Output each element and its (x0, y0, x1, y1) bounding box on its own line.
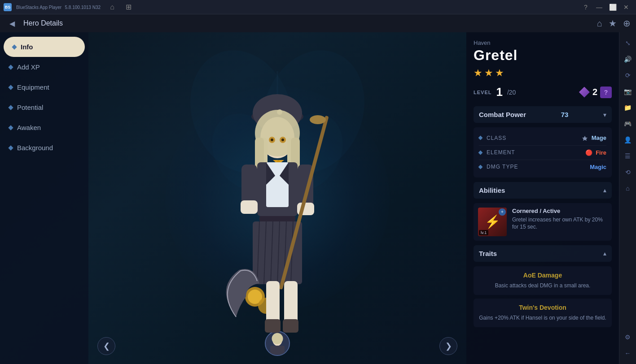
svg-point-37 (310, 115, 326, 124)
ability-card: ⚡ + lv.1 Cornered / Active Gretel increa… (474, 203, 612, 241)
svg-marker-49 (582, 136, 588, 141)
bluestacks-icon: BS (4, 3, 12, 11)
abilities-section: Abilities ▴ ⚡ + lv.1 Cornered / Active G… (474, 182, 612, 241)
rt-screenshot-btn[interactable]: 📷 (621, 84, 635, 99)
svg-point-16 (271, 139, 273, 141)
hero-level-row: LEVEL 1 /20 2 ? (474, 85, 612, 99)
home-icon-btn[interactable]: ⌂ (597, 18, 602, 29)
combat-power-chevron: ▾ (603, 111, 606, 118)
diamond-icon (8, 125, 13, 130)
svg-rect-32 (241, 165, 257, 205)
rt-settings-btn[interactable]: ⚙ (621, 330, 635, 344)
diamond-icon (8, 85, 13, 90)
traits-label: Traits (479, 250, 497, 257)
class-label: CLASS (487, 135, 582, 141)
back-button[interactable]: ◀ (5, 17, 19, 30)
rt-volume-btn[interactable]: 🔊 (621, 52, 635, 66)
hero-faction: Haven (474, 39, 612, 46)
trait-name-0: AoE Damage (479, 272, 606, 279)
svg-rect-44 (283, 319, 298, 333)
level-max: /20 (507, 89, 516, 96)
svg-rect-43 (265, 319, 281, 333)
rt-expand-btn[interactable]: ⤡ (621, 36, 635, 50)
dmg-type-value: Magic (590, 164, 606, 170)
star-1: ★ (474, 67, 482, 79)
ability-name: Cornered / Active (512, 208, 607, 214)
rt-gamepad-btn[interactable]: 🎮 (621, 117, 635, 131)
abilities-label: Abilities (479, 186, 505, 194)
rt-folder-btn[interactable]: 📁 (621, 100, 635, 115)
hero-name: Gretel (474, 47, 612, 64)
combat-power-value: 73 (561, 111, 569, 118)
nav-windows-btn[interactable]: ⊞ (122, 2, 135, 12)
ability-icon: ⚡ + lv.1 (478, 208, 507, 236)
rt-back-btn[interactable]: ← (621, 346, 635, 360)
gem-icon (579, 87, 590, 98)
ability-description: Gretel increases her own ATK by 20% for … (512, 216, 607, 231)
gem-count: 2 (592, 87, 597, 97)
minimize-btn[interactable]: — (593, 2, 605, 12)
hero-stars: ★ ★ ★ (474, 67, 612, 79)
question-badge[interactable]: ? (600, 87, 612, 98)
hero-next-button[interactable]: ❯ (439, 337, 457, 355)
traits-chevron: ▴ (603, 250, 606, 257)
dmg-type-row: DMG TYPE Magic (479, 160, 606, 174)
diamond-icon (8, 105, 13, 110)
abilities-header[interactable]: Abilities ▴ (474, 182, 612, 199)
ability-icon-symbol: ⚡ (485, 214, 500, 229)
sidebar-item-awaken[interactable]: Awaken (0, 117, 88, 138)
rt-home-btn[interactable]: ⌂ (621, 181, 635, 195)
page-title: Hero Details (23, 19, 63, 27)
title-bar: BS BlueStacks App Player 5.8.100.1013 N3… (0, 0, 636, 14)
right-panel: Haven Gretel ★ ★ ★ LEVEL 1 /20 2 ? C (466, 32, 619, 364)
svg-rect-24 (259, 216, 295, 221)
sidebar-item-equipment[interactable]: Equipment (0, 77, 88, 97)
class-value: Mage (582, 134, 606, 142)
help-btn[interactable]: ? (579, 2, 592, 12)
ability-info: Cornered / Active Gretel increases her o… (512, 208, 607, 231)
title-bar-left: BS BlueStacks App Player 5.8.100.1013 N3… (4, 3, 101, 11)
level-value: 1 (496, 85, 502, 99)
stat-diamond-icon (478, 150, 483, 155)
stats-container: CLASS Mage ELEMENT 🔴 Fire (474, 127, 612, 178)
sidebar-item-info[interactable]: Info (4, 37, 85, 57)
nav-home-btn[interactable]: ⌂ (106, 2, 118, 12)
stat-diamond-icon (478, 136, 483, 140)
element-row: ELEMENT 🔴 Fire (479, 146, 606, 160)
trait-card-1: Twin's Devotion Gains +20% ATK if Hansel… (474, 299, 612, 327)
main-content: Info Add XP Equipment Potential Awaken B… (0, 32, 636, 364)
left-sidebar: Info Add XP Equipment Potential Awaken B… (0, 32, 88, 364)
abilities-chevron: ▴ (603, 186, 606, 194)
star-3: ★ (495, 67, 504, 79)
trait-name-1: Twin's Devotion (479, 304, 606, 311)
search-icon-btn[interactable]: ⊕ (623, 18, 631, 29)
combat-power-section[interactable]: Combat Power 73 ▾ (474, 106, 612, 123)
hero-figure (170, 68, 385, 364)
right-toolbar: ⤡ 🔊 ⟳ 📷 📁 🎮 👤 ☰ ⟲ ⌂ ⚙ ← (619, 32, 636, 364)
diamond-icon (8, 65, 13, 69)
rt-macro-btn[interactable]: ⟲ (621, 165, 635, 179)
sidebar-item-potential[interactable]: Potential (0, 97, 88, 117)
close-btn[interactable]: ✕ (620, 2, 632, 12)
sidebar-item-background[interactable]: Background (0, 138, 88, 158)
diamond-icon (12, 44, 17, 49)
title-bar-controls: ? — ⬜ ✕ (579, 2, 632, 12)
rt-rotate-btn[interactable]: ⟳ (621, 68, 635, 82)
stat-diamond-icon (478, 165, 483, 169)
traits-section: Traits ▴ AoE Damage Basic attacks deal D… (474, 245, 612, 327)
element-label: ELEMENT (487, 149, 585, 156)
header-nav-icons: ⌂ ★ ⊕ (597, 18, 631, 29)
element-value: 🔴 Fire (585, 149, 606, 156)
diamond-icon (8, 145, 13, 150)
game-area: Info Add XP Equipment Potential Awaken B… (0, 32, 619, 364)
restore-btn[interactable]: ⬜ (606, 2, 619, 12)
level-label: LEVEL (474, 90, 491, 95)
sidebar-item-add-xp[interactable]: Add XP (0, 57, 88, 77)
trait-desc-1: Gains +20% ATK if Hansel is on your side… (479, 314, 606, 322)
favorites-icon-btn[interactable]: ★ (609, 18, 617, 29)
traits-header[interactable]: Traits ▴ (474, 245, 612, 262)
gem-container: 2 ? (579, 87, 612, 98)
rt-user-btn[interactable]: 👤 (621, 133, 635, 147)
hero-prev-button[interactable]: ❮ (97, 337, 115, 355)
rt-layers-btn[interactable]: ☰ (621, 149, 635, 163)
